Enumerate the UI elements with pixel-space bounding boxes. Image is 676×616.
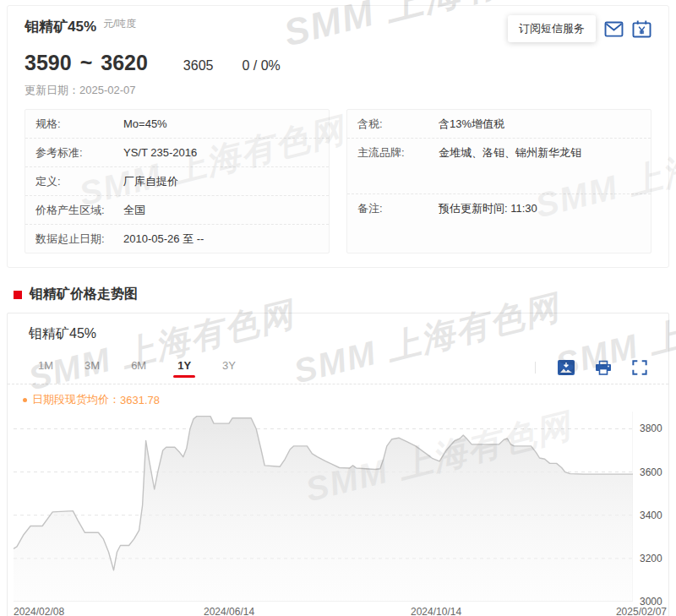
y-axis-labels: 38003600340032003000 xyxy=(633,412,668,602)
y-tick-label: 3800 xyxy=(640,422,662,434)
spec-value: YS/T 235-2016 xyxy=(123,146,197,159)
chart-toolbar xyxy=(535,360,647,376)
y-tick-label: 3600 xyxy=(640,466,662,478)
x-tick-label: 2024/02/08 xyxy=(14,606,64,616)
spec-row: 备注:预估更新时间: 11:30 xyxy=(347,194,651,250)
price-summary-card: 钼精矿45% 元/吨度 订阅短信服务 xyxy=(7,5,669,268)
fullscreen-icon[interactable] xyxy=(632,360,647,375)
spec-row: 定义:厂库自提价 xyxy=(25,167,329,196)
section-heading: 钼精矿价格走势图 xyxy=(14,286,669,303)
price-unit: 元/吨度 xyxy=(103,17,136,31)
tab-6m[interactable]: 6M xyxy=(128,357,149,378)
tab-3m[interactable]: 3M xyxy=(82,357,102,378)
spec-label: 数据起止日期: xyxy=(35,232,123,246)
spec-value: 预估更新时间: 11:30 xyxy=(439,202,537,215)
spec-label: 主流品牌: xyxy=(357,145,439,160)
price-range: 3590~3620 xyxy=(25,51,148,75)
spec-label: 参考标准: xyxy=(35,145,123,160)
spec-row: 数据起止日期:2010-05-26 至 -- xyxy=(25,225,329,253)
yen-subscribe-icon[interactable] xyxy=(632,20,651,38)
spec-label: 规格: xyxy=(35,117,123,131)
chart-title: 钼精矿45% xyxy=(29,325,668,343)
product-title: 钼精矿45% xyxy=(25,17,96,36)
section-title: 钼精矿价格走势图 xyxy=(30,286,138,303)
price-chart-card: 钼精矿45% 1M3M6M1Y3Y xyxy=(7,313,669,616)
toolbar-divider xyxy=(535,362,536,373)
price-high: 3620 xyxy=(101,51,148,74)
spec-table-right: 含税:含13%增值税主流品牌:金堆城、洛钼、锦州新华龙钼备注:预估更新时间: 1… xyxy=(346,109,651,253)
avg-spot-price-value: 3631.78 xyxy=(120,394,160,406)
price-low: 3590 xyxy=(25,51,72,74)
update-date-row: 更新日期：2025-02-07 xyxy=(25,83,651,98)
chart-legend: 日期段现货均价：3631.78 xyxy=(8,384,668,407)
spec-table-left: 规格:Mo=45%参考标准:YS/T 235-2016定义:厂库自提价价格产生区… xyxy=(25,109,330,253)
spec-row: 价格产生区域:全国 xyxy=(25,196,329,225)
spec-row: 参考标准:YS/T 235-2016 xyxy=(25,139,329,167)
avg-price: 3605 xyxy=(183,58,214,74)
tab-1y[interactable]: 1Y xyxy=(175,357,194,378)
spec-value: 2010-05-26 至 -- xyxy=(123,232,204,245)
spec-value: 含13%增值税 xyxy=(439,117,504,130)
update-date-value: 2025-02-07 xyxy=(79,84,136,96)
x-tick-label: 2025/02/07 xyxy=(616,606,667,616)
tab-3y[interactable]: 3Y xyxy=(220,357,238,378)
mail-icon[interactable] xyxy=(604,21,624,37)
x-tick-label: 2024/06/14 xyxy=(204,606,254,616)
spec-label: 备注: xyxy=(357,201,439,215)
y-tick-label: 3200 xyxy=(640,553,662,564)
spec-label: 含税: xyxy=(357,117,439,131)
spec-label: 价格产生区域: xyxy=(35,203,123,217)
spec-row: 主流品牌:金堆城、洛钼、锦州新华龙钼 xyxy=(347,139,651,194)
spec-value: 金堆城、洛钼、锦州新华龙钼 xyxy=(439,146,581,159)
print-icon[interactable] xyxy=(595,360,612,376)
subscribe-sms-button[interactable]: 订阅短信服务 xyxy=(508,15,596,42)
section-bullet-icon xyxy=(14,291,22,299)
price-area-chart[interactable] xyxy=(14,412,633,602)
spec-row: 规格:Mo=45% xyxy=(25,110,329,139)
spec-value: 全国 xyxy=(123,204,145,216)
spec-value: Mo=45% xyxy=(123,117,167,130)
price-change: 0 / 0% xyxy=(242,58,280,74)
page: SMM 上海有色网SMM 上海有色网SMM 上海有色网SMM 上海有色网SMM … xyxy=(0,5,676,616)
legend-label: 日期段现货均价： xyxy=(32,392,120,407)
x-tick-label: 2024/10/14 xyxy=(411,606,461,616)
spec-row: 含税:含13%增值税 xyxy=(347,110,651,139)
save-image-icon[interactable] xyxy=(558,360,575,375)
tilde: ~ xyxy=(80,51,93,74)
x-axis-labels: 2024/02/082024/06/142024/10/142025/02/07 xyxy=(8,606,668,616)
tab-1m[interactable]: 1M xyxy=(35,357,56,378)
range-tabs: 1M3M6M1Y3Y xyxy=(35,357,264,378)
update-date-label: 更新日期： xyxy=(25,84,79,96)
spec-label: 定义: xyxy=(35,174,123,188)
spec-value: 厂库自提价 xyxy=(123,175,178,188)
legend-dot-icon xyxy=(23,398,27,402)
y-tick-label: 3400 xyxy=(640,510,662,521)
